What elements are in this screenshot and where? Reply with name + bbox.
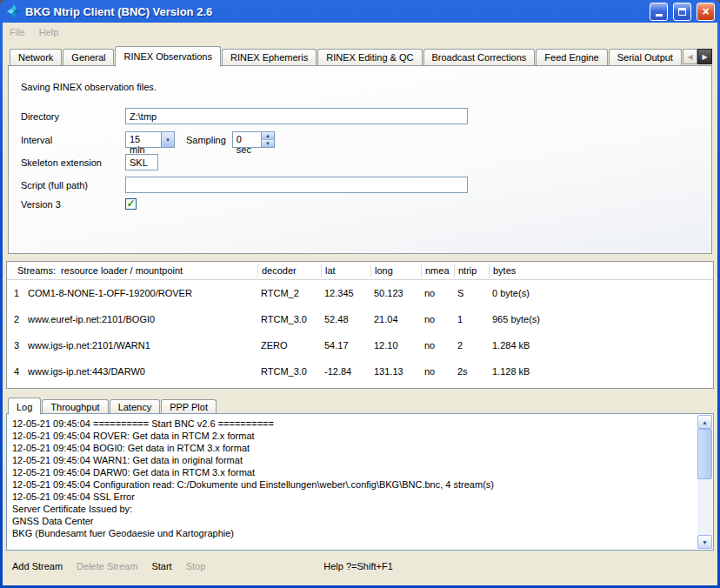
cell-bytes: 1.128 kB [489,366,713,377]
version3-checkbox[interactable]: ✓ [125,198,137,210]
cell-bytes: 965 byte(s) [489,314,713,324]
header-long[interactable]: long [370,264,421,277]
titlebar[interactable]: BKG Ntrip Client (BNC) Version 2.6 × [3,0,717,23]
client-area: File Help Network General RINEX Observat… [3,23,717,585]
log-line: 12-05-21 09:45:04 SSL Error [12,491,692,503]
cell-ntrip: 1 [454,314,489,324]
tab-log[interactable]: Log [8,398,41,415]
interval-row: Interval 15 min ▼ Sampling 0 sec ▲ ▼ [21,131,275,148]
close-icon: × [702,5,709,17]
cell-mountpoint: www.igs-ip.net:443/DARW0 [26,366,257,377]
interval-combobox[interactable]: 15 min ▼ [125,131,175,148]
app-icon [7,4,21,18]
cell-mountpoint: www.euref-ip.net:2101/BOGI0 [26,314,257,324]
cell-ntrip: 2 [454,340,489,351]
tab-rinex-observations[interactable]: RINEX Observations [115,46,220,67]
skeleton-row: Skeleton extension [21,154,158,170]
tab-latency[interactable]: Latency [110,399,161,414]
maximize-icon [678,8,686,16]
header-ntrip[interactable]: ntrip [454,264,489,277]
log-scrollbar[interactable]: ▲ ▼ [697,415,712,549]
tab-broadcast-corrections[interactable]: Broadcast Corrections [423,49,536,66]
log-line: 12-05-21 09:45:04 WARN1: Get data in ori… [12,454,692,466]
window-title: BKG Ntrip Client (BNC) Version 2.6 [25,5,644,18]
cell-bytes: 0 byte(s) [489,288,713,298]
header-bytes[interactable]: bytes [489,264,713,277]
cell-lat: 54.17 [321,340,370,351]
chevron-down-icon[interactable]: ▼ [161,132,174,147]
cell-lat: 12.345 [321,288,370,298]
sampling-spin-buttons: ▲ ▼ [261,132,274,147]
table-row[interactable]: 3 www.igs-ip.net:2101/WARN1 ZERO 54.17 1… [7,332,713,358]
checkmark-icon: ✓ [126,198,135,209]
tab-scroll-left-button[interactable]: ◀ [683,49,697,64]
scrollbar-thumb[interactable] [697,429,712,479]
log-line: 12-05-21 09:45:04 ========== Start BNC v… [12,418,692,430]
version3-label: Version 3 [21,199,125,210]
bottom-tabstrip: Log Throughput Latency PPP Plot [6,397,714,414]
help-shortcut-label: Help ?=Shift+F1 [323,561,393,571]
cell-lat: 52.48 [321,314,370,324]
menu-file[interactable]: File [10,27,25,37]
version3-row: Version 3 ✓ [21,198,137,210]
tab-network[interactable]: Network [10,49,62,66]
cell-bytes: 1.284 kB [489,340,713,351]
cell-decoder: RTCM_3.0 [257,314,321,324]
table-row[interactable]: 2 www.euref-ip.net:2101/BOGI0 RTCM_3.0 5… [7,306,713,332]
scroll-down-icon[interactable]: ▼ [697,535,712,549]
tab-throughput[interactable]: Throughput [42,399,108,414]
cell-nmea: no [421,340,454,351]
tab-general[interactable]: General [63,49,114,66]
row-number: 1 [7,288,26,298]
log-panel: 12-05-21 09:45:04 ========== Start BNC v… [6,413,714,551]
minimize-button[interactable] [650,3,668,21]
tab-scroll-right-button[interactable]: ▶ [697,49,712,64]
app-window: BKG Ntrip Client (BNC) Version 2.6 × Fil… [0,0,720,588]
cell-long: 21.04 [370,314,421,324]
skeleton-extension-input[interactable] [125,154,158,170]
interval-label: Interval [21,135,125,145]
cell-nmea: no [421,288,454,298]
header-nmea[interactable]: nmea [421,264,454,277]
header-mountpoint[interactable]: Streams: resource loader / mountpoint [7,264,257,277]
menu-help[interactable]: Help [39,27,59,37]
table-row[interactable]: 1 COM1-8-NONE-1-OFF-19200/ROVER RTCM_2 1… [7,280,713,306]
sampling-spinbox[interactable]: 0 sec ▲ ▼ [232,131,275,148]
maximize-button[interactable] [673,3,691,21]
log-line: 12-05-21 09:45:04 DARW0: Get data in RTC… [12,466,692,478]
add-stream-button[interactable]: Add Stream [12,561,63,571]
log-line: Server Certificate Issued by: [12,503,692,515]
directory-input[interactable] [125,108,468,124]
cell-nmea: no [421,314,454,324]
tab-rinex-ephemeris[interactable]: RINEX Ephemeris [222,49,317,66]
rinex-observations-panel: Saving RINEX observation files. Director… [8,65,712,254]
tab-feed-engine[interactable]: Feed Engine [536,49,607,66]
header-lat[interactable]: lat [321,264,370,277]
streams-table: Streams: resource loader / mountpoint de… [6,261,714,389]
header-decoder[interactable]: decoder [257,264,321,277]
main-tabstrip: Network General RINEX Observations RINEX… [8,45,712,66]
cell-decoder: RTCM_2 [257,288,321,298]
stop-button[interactable]: Stop [186,561,206,571]
panel-intro: Saving RINEX observation files. [21,82,157,92]
directory-row: Directory [21,108,468,124]
log-text[interactable]: 12-05-21 09:45:04 ========== Start BNC v… [7,414,713,550]
close-button[interactable]: × [697,3,715,21]
script-path-input[interactable] [125,177,468,193]
sampling-label: Sampling [186,135,226,145]
tab-rinex-editing-qc[interactable]: RINEX Editing & QC [317,49,422,66]
spin-up-icon[interactable]: ▲ [262,132,274,139]
tab-serial-output[interactable]: Serial Output [609,49,682,66]
table-row[interactable]: 4 www.igs-ip.net:443/DARW0 RTCM_3.0 -12.… [7,358,713,384]
footer-bar: Add Stream Delete Stream Start Stop Help… [3,555,717,578]
spin-down-icon[interactable]: ▼ [262,139,274,147]
directory-label: Directory [21,111,125,122]
scroll-up-icon[interactable]: ▲ [697,415,712,429]
delete-stream-button[interactable]: Delete Stream [77,561,137,571]
script-path-label: Script (full path) [21,180,125,190]
cell-long: 12.10 [370,340,421,351]
scrollbar-track[interactable] [697,429,712,535]
tab-ppp-plot[interactable]: PPP Plot [161,399,217,414]
start-button[interactable]: Start [151,561,171,571]
cell-ntrip: 2s [454,366,489,377]
